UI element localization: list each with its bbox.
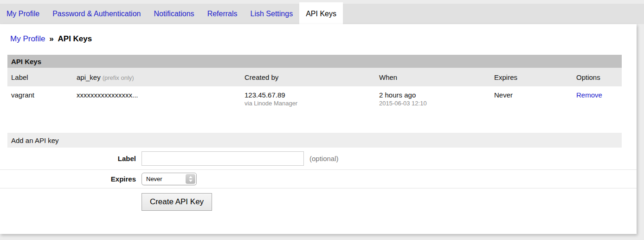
expires-select[interactable]: Never [142,173,197,185]
form-row-expires: Expires Never [0,170,637,188]
api-key-prefix-cell: xxxxxxxxxxxxxxxx... [77,91,245,99]
table-row: vagrant xxxxxxxxxxxxxxxx... 123.45.67.89… [7,86,622,112]
api-keys-table: API Keys Label api_key(prefix only) Crea… [7,55,622,112]
created-by-via: via Linode Manager [245,100,379,107]
api-keys-table-title: API Keys [7,55,622,68]
chevron-up-icon [189,176,193,178]
expires-cell: Never [494,91,576,99]
tab-lish-settings[interactable]: Lish Settings [244,4,300,24]
breadcrumb: My Profile » API Keys [0,24,637,44]
create-api-key-button[interactable]: Create API Key [142,193,212,211]
add-api-key-form: Add an API key Label (optional) Expires … [0,133,637,211]
options-cell: Remove [576,91,622,99]
remove-link[interactable]: Remove [576,91,602,99]
when-relative: 2 hours ago [379,91,494,99]
tab-password-authentication[interactable]: Password & Authentication [46,4,147,24]
created-by-ip: 123.45.67.89 [245,91,379,99]
column-header-expires: Expires [494,73,576,81]
label-input[interactable] [142,151,304,166]
breadcrumb-current-page: API Keys [58,34,92,43]
breadcrumb-my-profile-link[interactable]: My Profile [10,34,45,43]
tab-notifications[interactable]: Notifications [147,4,200,24]
content-panel: My Profile » API Keys API Keys Label api… [0,24,637,234]
profile-tab-bar: My Profile Password & Authentication Not… [0,4,644,24]
api-key-label-cell: vagrant [11,91,77,99]
when-cell: 2 hours ago 2015-06-03 12:10 [379,91,494,107]
column-header-api-key: api_key(prefix only) [77,73,245,81]
label-optional-note: (optional) [309,155,339,162]
column-header-created-by: Created by [245,73,379,81]
created-by-cell: 123.45.67.89 via Linode Manager [245,91,379,107]
column-header-when: When [379,73,494,81]
api-keys-table-header-row: Label api_key(prefix only) Created by Wh… [7,68,622,86]
label-field-label: Label [0,155,142,162]
tab-api-keys[interactable]: API Keys [299,2,343,24]
select-stepper-icon [186,174,195,184]
when-absolute: 2015-06-03 12:10 [379,100,494,107]
expires-select-value: Never [142,175,186,182]
form-row-submit: Create API Key [0,188,637,211]
column-header-options: Options [576,73,622,81]
tab-my-profile[interactable]: My Profile [0,4,46,24]
column-header-label: Label [11,73,77,81]
tab-referrals[interactable]: Referrals [201,4,244,24]
form-row-label: Label (optional) [0,148,637,170]
breadcrumb-separator: » [47,34,55,43]
expires-field-label: Expires [0,175,142,183]
chevron-down-icon [189,180,193,182]
column-header-api-key-note: (prefix only) [103,74,134,81]
add-api-key-form-title: Add an API key [7,133,622,148]
